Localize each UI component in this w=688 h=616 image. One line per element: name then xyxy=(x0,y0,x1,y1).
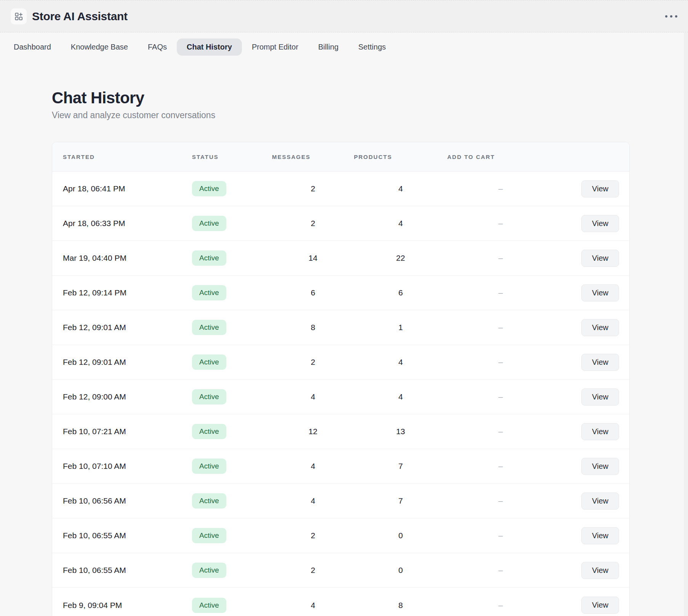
add-to-cart-value: – xyxy=(447,288,554,297)
status-badge: Active xyxy=(192,493,226,509)
chat-started-cell: Feb 10, 07:10 AM xyxy=(52,462,192,471)
chat-started-cell: Feb 12, 09:01 AM xyxy=(52,323,192,332)
app-title: Store AI Assistant xyxy=(32,10,128,23)
table-row: Feb 10, 06:56 AM Active 4 7 – View xyxy=(52,484,629,518)
messages-count: 2 xyxy=(272,184,354,193)
table-row: Feb 12, 09:01 AM Active 8 1 – View xyxy=(52,310,629,345)
table-row: Feb 9, 09:04 PM Active 4 8 – View xyxy=(52,588,629,616)
chat-started-cell: Apr 18, 06:33 PM xyxy=(52,219,192,228)
status-badge: Active xyxy=(192,320,226,335)
messages-count: 4 xyxy=(272,392,354,401)
status-badge: Active xyxy=(192,285,226,300)
tab-knowledge-base[interactable]: Knowledge Base xyxy=(61,38,138,56)
actions-cell: View xyxy=(554,423,629,440)
ellipsis-icon xyxy=(665,15,667,18)
view-button[interactable]: View xyxy=(581,492,619,510)
view-button[interactable]: View xyxy=(581,423,619,440)
app-header: Store AI Assistant xyxy=(0,0,688,32)
actions-cell: View xyxy=(554,319,629,336)
view-button[interactable]: View xyxy=(581,250,619,267)
products-count: 22 xyxy=(354,253,447,263)
column-header-add-to-cart: Add to cart xyxy=(447,154,554,160)
tab-prompt-editor[interactable]: Prompt Editor xyxy=(242,38,308,56)
tab-faqs[interactable]: FAQs xyxy=(138,38,177,56)
add-to-cart-value: – xyxy=(447,601,554,610)
view-button[interactable]: View xyxy=(581,319,619,336)
status-cell: Active xyxy=(192,424,272,439)
view-button[interactable]: View xyxy=(581,527,619,544)
tab-chat-history[interactable]: Chat History xyxy=(177,38,242,56)
status-cell: Active xyxy=(192,389,272,404)
view-button[interactable]: View xyxy=(581,597,619,614)
add-to-cart-value: – xyxy=(447,392,554,401)
status-cell: Active xyxy=(192,528,272,543)
add-to-cart-value: – xyxy=(447,427,554,436)
status-cell: Active xyxy=(192,459,272,474)
products-count: 0 xyxy=(354,531,447,540)
view-button[interactable]: View xyxy=(581,284,619,302)
table-row: Feb 12, 09:00 AM Active 4 4 – View xyxy=(52,380,629,414)
table-row: Feb 12, 09:14 PM Active 6 6 – View xyxy=(52,276,629,310)
status-cell: Active xyxy=(192,355,272,370)
scrollbar-track[interactable] xyxy=(684,33,688,616)
add-to-cart-value: – xyxy=(447,253,554,263)
messages-count: 4 xyxy=(272,462,354,471)
chat-started-cell: Feb 10, 06:55 AM xyxy=(52,531,192,540)
chat-started-cell: Feb 12, 09:14 PM xyxy=(52,288,192,297)
ellipsis-icon xyxy=(675,15,677,18)
status-badge: Active xyxy=(192,528,226,543)
status-badge: Active xyxy=(192,355,226,370)
tab-settings[interactable]: Settings xyxy=(349,38,396,56)
view-button[interactable]: View xyxy=(581,180,619,197)
products-count: 4 xyxy=(354,358,447,367)
chat-started-cell: Feb 10, 06:56 AM xyxy=(52,496,192,505)
actions-cell: View xyxy=(554,180,629,197)
products-count: 8 xyxy=(354,601,447,610)
actions-cell: View xyxy=(554,250,629,267)
main-content: Chat History View and analyze customer c… xyxy=(0,56,688,616)
chat-started-cell: Feb 10, 07:21 AM xyxy=(52,427,192,436)
status-cell: Active xyxy=(192,493,272,509)
status-badge: Active xyxy=(192,563,226,578)
status-cell: Active xyxy=(192,216,272,231)
add-to-cart-value: – xyxy=(447,566,554,575)
view-button[interactable]: View xyxy=(581,388,619,406)
status-cell: Active xyxy=(192,598,272,613)
view-button[interactable]: View xyxy=(581,562,619,579)
actions-cell: View xyxy=(554,527,629,544)
column-header-status: Status xyxy=(192,154,272,160)
messages-count: 14 xyxy=(272,253,354,263)
overflow-menu-button[interactable] xyxy=(663,11,680,21)
chat-started-cell: Apr 18, 06:41 PM xyxy=(52,184,192,193)
add-to-cart-value: – xyxy=(447,219,554,228)
view-button[interactable]: View xyxy=(581,458,619,475)
actions-cell: View xyxy=(554,388,629,406)
squares-plus-icon xyxy=(11,8,27,24)
messages-count: 6 xyxy=(272,288,354,297)
chat-started-cell: Feb 12, 09:00 AM xyxy=(52,392,192,401)
chat-history-table: StartedStatusMessagesProductsAdd to cart… xyxy=(52,142,630,616)
actions-cell: View xyxy=(554,562,629,579)
actions-cell: View xyxy=(554,458,629,475)
messages-count: 8 xyxy=(272,323,354,332)
add-to-cart-value: – xyxy=(447,358,554,367)
status-cell: Active xyxy=(192,563,272,578)
chat-started-cell: Feb 10, 06:55 AM xyxy=(52,566,192,575)
tab-billing[interactable]: Billing xyxy=(308,38,348,56)
tab-dashboard[interactable]: Dashboard xyxy=(4,38,61,56)
status-cell: Active xyxy=(192,320,272,335)
nav-tabs: DashboardKnowledge BaseFAQsChat HistoryP… xyxy=(0,32,688,56)
products-count: 7 xyxy=(354,462,447,471)
status-badge: Active xyxy=(192,389,226,404)
add-to-cart-value: – xyxy=(447,496,554,505)
status-cell: Active xyxy=(192,250,272,266)
actions-cell: View xyxy=(554,215,629,232)
view-button[interactable]: View xyxy=(581,215,619,232)
status-badge: Active xyxy=(192,250,226,266)
products-count: 13 xyxy=(354,427,447,436)
table-header-row: StartedStatusMessagesProductsAdd to cart xyxy=(52,142,629,172)
table-row: Apr 18, 06:33 PM Active 2 4 – View xyxy=(52,206,629,241)
view-button[interactable]: View xyxy=(581,354,619,371)
messages-count: 2 xyxy=(272,566,354,575)
status-cell: Active xyxy=(192,285,272,300)
